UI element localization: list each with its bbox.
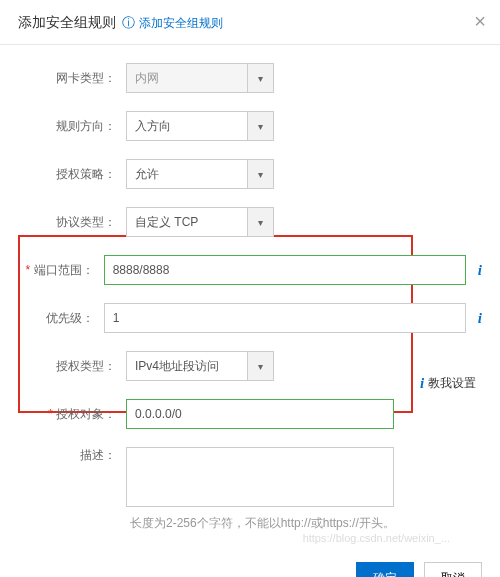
nic-type-label: 网卡类型 <box>18 70 126 87</box>
auth-object-input[interactable] <box>126 399 394 429</box>
ok-button[interactable]: 确定 <box>356 562 414 577</box>
direction-label: 规则方向 <box>18 118 126 135</box>
help-link[interactable]: 添加安全组规则 <box>139 15 223 32</box>
auth-object-label: 授权对象 <box>18 406 126 423</box>
chevron-down-icon: ▾ <box>247 64 273 92</box>
priority-label: 优先级 <box>18 310 104 327</box>
chevron-down-icon[interactable]: ▾ <box>247 160 273 188</box>
policy-label: 授权策略 <box>18 166 126 183</box>
priority-input[interactable] <box>104 303 466 333</box>
protocol-label: 协议类型 <box>18 214 126 231</box>
info-icon[interactable]: i <box>478 310 482 327</box>
teach-me-link[interactable]: i 教我设置 <box>420 375 476 392</box>
teach-me-label: 教我设置 <box>428 375 476 392</box>
auth-type-label: 授权类型 <box>18 358 126 375</box>
description-textarea[interactable] <box>126 447 394 507</box>
port-range-input[interactable] <box>104 255 466 285</box>
description-label: 描述 <box>18 447 126 464</box>
chevron-down-icon[interactable]: ▾ <box>247 352 273 380</box>
port-range-label: 端口范围 <box>18 262 104 279</box>
close-icon[interactable]: × <box>474 10 486 33</box>
cancel-button[interactable]: 取消 <box>424 562 482 577</box>
watermark: https://blog.csdn.net/weixin_... <box>303 532 450 544</box>
chevron-down-icon[interactable]: ▾ <box>247 112 273 140</box>
chevron-down-icon[interactable]: ▾ <box>247 208 273 236</box>
info-icon: i <box>420 375 424 392</box>
info-icon[interactable]: i <box>478 262 482 279</box>
help-icon[interactable]: ⓘ <box>122 14 135 32</box>
modal-title: 添加安全组规则 <box>18 14 116 32</box>
description-hint: 长度为2-256个字符，不能以http://或https://开头。 <box>126 515 482 532</box>
